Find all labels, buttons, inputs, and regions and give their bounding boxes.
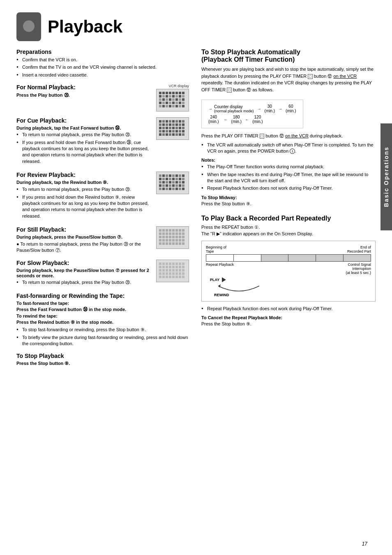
beginning-label: Beginning of Tape [206,245,226,253]
min-label-30: (min.) [265,109,275,113]
stop-playback-subtitle: Press the Stop button ⑨. [16,361,189,366]
end-label: End of Recorded Part [347,245,371,253]
slow-item-1: To return to normal playback, press the … [16,279,152,286]
repeat-playback-section: To Play Back a Recorded Part Repeatedly … [201,215,376,327]
fast-forward-title: Fast-forwarding or Rewinding the Tape: [16,293,189,299]
ff-item-1: To stop fast-forwarding or rewinding, pr… [16,327,189,333]
val-180: 180 [231,115,242,119]
ff-item-2: To briefly view the picture during fast-… [16,334,189,347]
page-title: Playback [48,17,122,37]
review-playback-section: For Review Playback: During playback, ta… [16,172,189,221]
page-header: Playback [16,12,376,41]
fast-forward-text: Press the Fast Forward button ㉔ in the s… [16,307,189,312]
normal-playback-content: For Normal Playback: Press the Play butt… [16,84,189,111]
val-240: 240 [208,115,219,119]
slow-playback-text: For Slow Playback: During playback, keep… [16,260,152,287]
min-label-60: (min.) [286,109,296,113]
fast-forward-label: To fast-forward the tape: [16,301,189,306]
auto-stop-section: To Stop Playback Automatically(Playback … [201,49,376,207]
still-playback-image-area [156,226,189,249]
header-graphic [16,12,41,41]
rewind-label: To rewind the tape: [16,313,189,318]
repeat-playback-label: Repeat Playback [206,262,234,275]
cue-playback-subtitle: During playback, tap the Fast Forward bu… [16,125,152,130]
cue-playback-image-area [156,117,189,140]
control-signal-label: Control Signal Interruption (at least 5 … [346,262,371,275]
auto-stop-body: Whenever you are playing back and wish t… [201,66,376,93]
slow-playback-content: For Slow Playback: During playback, keep… [16,260,189,287]
repeat-diagram: Beginning of Tape End of Recorded Part [201,241,376,302]
vcr-display-label: VCR display [156,84,189,88]
slow-playback-list: To return to normal playback, press the … [16,279,152,286]
fast-forward-list: To stop fast-forwarding or rewinding, pr… [16,327,189,347]
repeat-press-text: Press the REPEAT button ①. [201,225,376,230]
normal-playback-subtitle: Press the Play button ⑳. [16,92,152,98]
cue-playback-title: For Cue Playback: [16,117,152,124]
repeat-indication-text: The "R ▶" indication appears on the On S… [201,231,376,237]
prep-item-1: Confirm that the VCR is on. [16,57,189,63]
review-playback-text: For Review Playback: During playback, ta… [16,172,152,221]
rewind-text: Press the Rewind button ⑨ in the stop mo… [16,320,189,325]
slow-playback-image-area [156,260,189,282]
preparations-title: Preparations [16,49,189,55]
review-playback-content: For Review Playback: During playback, ta… [16,172,189,221]
normal-playback-text: For Normal Playback: Press the Play butt… [16,84,152,100]
tape-track [206,254,371,262]
repeat-notes-list: Repeat Playback function does not work d… [201,306,376,312]
side-label: Basic Operations [380,123,392,230]
val-120: 120 [252,115,263,119]
vcr-display-slow [156,260,189,282]
note-2: When the tape reaches its end during Pla… [201,172,376,184]
side-label-text: Basic Operations [383,146,390,207]
min-label-240: (min.) [208,119,219,124]
slow-playback-subtitle: During playback, keep the Pause/Slow but… [16,268,152,278]
stop-midway-text: Press the Stop button ⑨. [201,201,376,207]
still-return-text: ● To return to normal playback, press th… [16,241,152,254]
page-number: 17 [362,541,367,547]
stop-playback-section: To Stop Playback Press the Stop button ⑨… [16,353,189,366]
right-column: To Stop Playback Automatically(Playback … [201,49,376,372]
cue-playback-list: To return to normal playback, press the … [16,132,152,165]
repeat-note-1: Repeat Playback function does not work d… [201,306,376,312]
cancel-text: Press the Stop button ⑨. [201,321,376,327]
val-30: 30 [265,104,275,109]
preparations-section: Preparations Confirm that the VCR is on.… [16,49,189,78]
cue-playback-content: For Cue Playback: During playback, tap t… [16,117,189,166]
review-playback-subtitle: During playback, tap the Rewind button ⑨… [16,180,152,185]
still-playback-subtitle: During playback, press the Pause/Slow bu… [16,235,152,240]
curved-arrow-svg [214,284,263,296]
review-item-1: To return to normal playback, press the … [16,186,152,193]
review-playback-list: To return to normal playback, press the … [16,186,152,219]
still-playback-text: For Still Playback: During playback, pre… [16,226,152,254]
play-label: PLAY [210,278,219,282]
still-playback-section: For Still Playback: During playback, pre… [16,226,189,254]
counter-display-label: Counter display [214,104,254,109]
press-text: Press the PLAY OFF TIMER □ button ⑫ on t… [201,132,376,139]
cue-playback-text: For Cue Playback: During playback, tap t… [16,117,152,166]
cancel-label: To Cancel the Repeat Playback Mode: [201,315,376,320]
auto-stop-bullets: The VCR will automatically switch off wh… [201,142,376,155]
main-content: Preparations Confirm that the VCR is on.… [16,49,376,372]
review-playback-image-area [156,172,189,194]
cue-item-2: If you press and hold down the Fast Forw… [16,139,152,165]
auto-stop-bullet-1: The VCR will automatically switch off wh… [201,142,376,155]
timer-diagram: → Counter display (normal playback mode)… [201,100,303,128]
stop-playback-title: To Stop Playback [16,353,189,359]
vcr-display-normal [156,89,189,111]
fast-forward-section: Fast-forwarding or Rewinding the Tape: T… [16,293,189,347]
still-playback-title: For Still Playback: [16,226,152,233]
vcr-display-review [156,172,189,194]
normal-playback-section: For Normal Playback: Press the Play butt… [16,84,189,111]
left-column: Preparations Confirm that the VCR is on.… [16,49,189,372]
auto-stop-title: To Stop Playback Automatically(Playback … [201,49,376,63]
val-60: 60 [286,104,296,109]
vcr-display-still [156,226,189,249]
normal-playback-image-area: VCR display [156,84,189,111]
prep-item-2: Confirm that the TV is on and the VCR vi… [16,64,189,70]
cue-item-1: To return to normal playback, press the … [16,132,152,138]
slow-playback-section: For Slow Playback: During playback, keep… [16,260,189,287]
prep-item-3: Insert a recorded video cassette. [16,72,189,78]
notes-title: Notes: [201,158,376,163]
review-item-2: If you press and hold down the Rewind bu… [16,194,152,220]
normal-playback-title: For Normal Playback: [16,84,152,91]
